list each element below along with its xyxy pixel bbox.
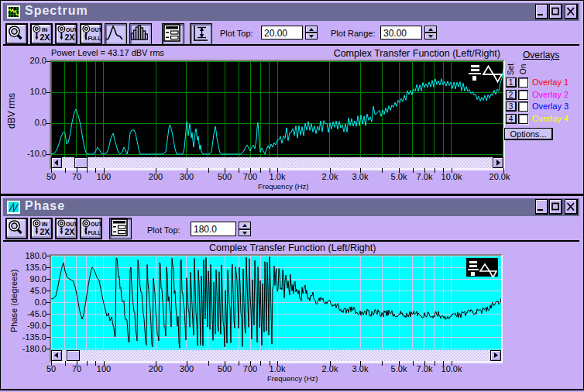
svg-text:2X: 2X [65, 33, 75, 42]
svg-text:OUT: OUT [91, 27, 101, 33]
svg-text:OUT: OUT [91, 222, 101, 227]
svg-text:OUT: OUT [66, 222, 76, 227]
svg-text:FULL: FULL [88, 36, 101, 41]
svg-text:2X: 2X [40, 33, 50, 42]
svg-text:FULL: FULL [88, 230, 101, 236]
svg-text:OUT: OUT [66, 27, 76, 33]
svg-text:2X: 2X [65, 227, 75, 236]
svg-text:2X: 2X [40, 227, 50, 236]
